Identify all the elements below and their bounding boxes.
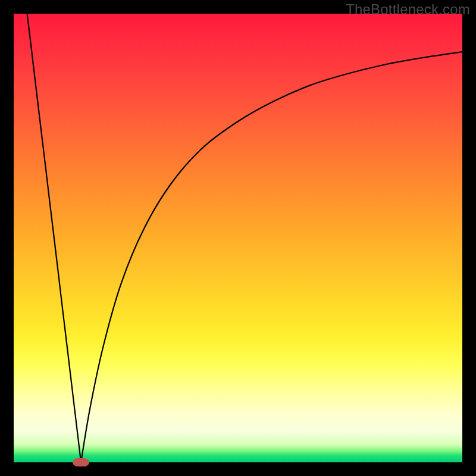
bottleneck-marker	[73, 458, 89, 466]
chart-frame: TheBottleneck.com	[0, 0, 476, 476]
right-branch-path	[81, 52, 462, 462]
watermark-text: TheBottleneck.com	[346, 1, 470, 18]
plot-area	[14, 14, 462, 462]
curve-layer	[14, 14, 462, 462]
left-branch-path	[27, 14, 82, 462]
